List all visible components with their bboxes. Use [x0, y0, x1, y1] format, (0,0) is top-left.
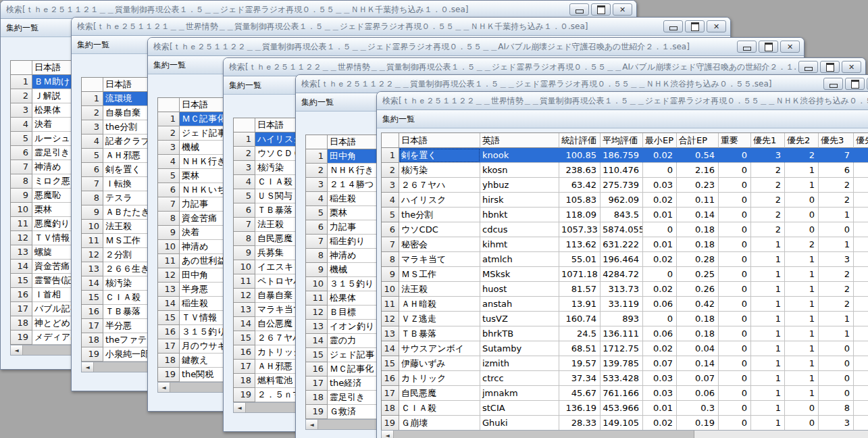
cell[interactable]: 1	[785, 371, 819, 386]
cell[interactable]: 0	[719, 267, 751, 282]
cell[interactable]: 0.14	[677, 208, 719, 222]
cell[interactable]: 2	[751, 178, 785, 193]
cell[interactable]	[854, 267, 868, 282]
cell[interactable]: 13.91	[559, 297, 601, 312]
cell[interactable]: the分割	[399, 208, 480, 222]
maximize-button[interactable]	[759, 41, 778, 53]
cell[interactable]	[854, 193, 868, 208]
cell[interactable]: 0	[785, 193, 819, 208]
cell[interactable]: 0	[719, 312, 751, 326]
cell[interactable]: 1	[785, 267, 819, 282]
minimize-button[interactable]	[798, 61, 818, 73]
cell[interactable]: 631.222	[601, 237, 643, 252]
cell[interactable]: 1	[751, 267, 785, 282]
cell[interactable]	[854, 208, 868, 222]
cell[interactable]	[854, 148, 868, 163]
cell[interactable]: 1	[819, 237, 854, 252]
close-button[interactable]: ✕	[780, 41, 800, 53]
cell[interactable]: 0.02	[643, 282, 677, 297]
cell[interactable]: 1	[751, 326, 785, 341]
cell[interactable]: 1	[751, 371, 785, 386]
cell[interactable]: 1071.18	[559, 267, 601, 282]
cell[interactable]: 0.54	[677, 148, 719, 163]
column-header[interactable]: 英語	[480, 133, 559, 148]
close-button[interactable]: ✕	[842, 61, 861, 73]
table-row[interactable]: 7秘密会kihmt113.62631.2220.010.180121	[382, 237, 868, 252]
cell[interactable]: 0	[719, 178, 751, 193]
cell[interactable]: 2	[751, 163, 785, 178]
cell[interactable]: 238.63	[559, 163, 601, 178]
cell[interactable]: ＴＢ暴落	[399, 326, 480, 341]
cell[interactable]: kkosn	[480, 163, 559, 178]
cell[interactable]: 0	[719, 222, 751, 237]
cell[interactable]: 0	[719, 252, 751, 267]
cell[interactable]: 55.01	[559, 252, 601, 267]
cell[interactable]	[854, 401, 868, 416]
cell[interactable]: 1	[785, 356, 819, 371]
cell[interactable]: 0	[719, 356, 751, 371]
cell[interactable]: atmlch	[480, 252, 559, 267]
cell[interactable]: 0	[719, 163, 751, 178]
cell[interactable]: ＶＺ逃走	[399, 312, 480, 326]
cell[interactable]: 0	[643, 267, 677, 282]
scrollbar-track[interactable]	[394, 431, 868, 438]
cell[interactable]: 68.51	[559, 341, 601, 356]
cell[interactable]: 0.01	[643, 208, 677, 222]
cell[interactable]: 1	[751, 416, 785, 431]
cell[interactable]: 2	[819, 282, 854, 297]
table-row[interactable]: 19Ｇ崩壊Ghuki28.33149.1050.020.190103	[382, 416, 868, 431]
cell[interactable]: 0.01	[643, 237, 677, 252]
cell[interactable]: 0.14	[677, 356, 719, 371]
column-header[interactable]: 優先2	[785, 133, 819, 148]
cell[interactable]: 1	[819, 208, 854, 222]
cell[interactable]: 24.5	[559, 326, 601, 341]
cell[interactable]: 0.11	[677, 193, 719, 208]
cell[interactable]: 5874.055	[601, 222, 643, 237]
cell[interactable]: 0	[785, 208, 819, 222]
cell[interactable]: 1	[751, 297, 785, 312]
cell[interactable]: 1	[751, 252, 785, 267]
cell[interactable]: 0.03	[643, 178, 677, 193]
cell[interactable]: 160.74	[559, 312, 601, 326]
cell[interactable]: 1	[751, 341, 785, 356]
cell[interactable]	[854, 237, 868, 252]
cell[interactable]: 453.966	[601, 401, 643, 416]
cell[interactable]: 1	[751, 312, 785, 326]
cell[interactable]: 1	[785, 386, 819, 401]
cell[interactable]	[854, 371, 868, 386]
cell[interactable]: jmnakm	[480, 386, 559, 401]
cell[interactable]: 843.5	[601, 208, 643, 222]
table-row[interactable]: 9ＭＳ工作MSksk1071.184284.7200.250112	[382, 267, 868, 282]
cell[interactable]: 1	[785, 312, 819, 326]
cell[interactable]: 136.19	[559, 401, 601, 416]
scrollbar-thumb[interactable]	[394, 431, 694, 438]
close-button[interactable]: ✕	[707, 20, 726, 32]
scroll-left-arrow[interactable]: ◄	[382, 431, 394, 438]
table-row[interactable]: 8マラキ当てatmlch55.01196.4640.020.280113	[382, 252, 868, 267]
cell[interactable]: 0.19	[677, 416, 719, 431]
cell[interactable]: tusVZ	[480, 312, 559, 326]
cell[interactable]: 2	[785, 237, 819, 252]
minimize-button[interactable]	[569, 3, 589, 16]
cell[interactable]: Sutamby	[480, 341, 559, 356]
cell[interactable]: 28.33	[559, 416, 601, 431]
cell[interactable]: 0	[719, 401, 751, 416]
cell[interactable]: 1	[785, 297, 819, 312]
cell[interactable]: 0.18	[677, 237, 719, 252]
cell[interactable]: 0.3	[677, 401, 719, 416]
table-row[interactable]: 3２６７ヤハyhbuz63.42275.7390.030.230212	[382, 178, 868, 193]
column-header[interactable]: 統計評価	[559, 133, 601, 148]
table-row[interactable]: 14サウスアンボイSutamby68.511712.750.020.040110	[382, 341, 868, 356]
cell[interactable]: 0.02	[643, 341, 677, 356]
cell[interactable]: カトリック	[399, 371, 480, 386]
cell[interactable]: 0	[719, 148, 751, 163]
cell[interactable]: 1	[751, 282, 785, 297]
cell[interactable]: 3	[819, 416, 854, 431]
cell[interactable]: Ｇ崩壊	[399, 416, 480, 431]
cell[interactable]: 1	[751, 386, 785, 401]
cell[interactable]: 0	[785, 401, 819, 416]
column-header[interactable]: 合計EP	[677, 133, 719, 148]
cell[interactable]: 8	[819, 401, 854, 416]
cell[interactable]: ウソCDC	[399, 222, 480, 237]
cell[interactable]	[854, 416, 868, 431]
